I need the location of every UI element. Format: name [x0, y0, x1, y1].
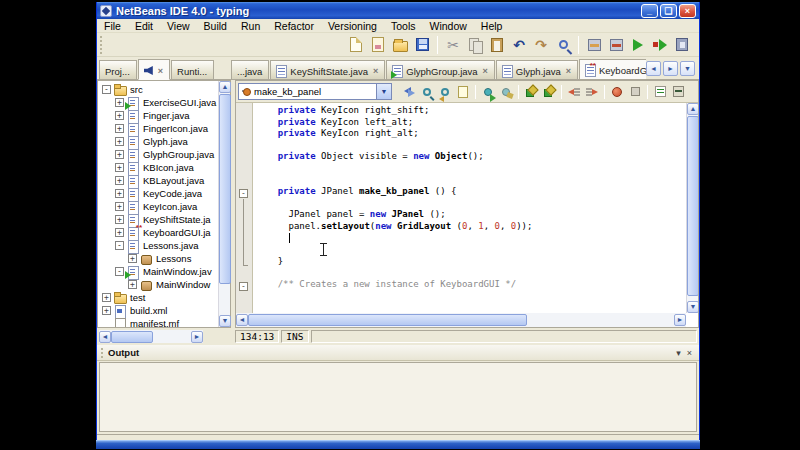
- toolbar-button-clean-build[interactable]: [605, 34, 627, 55]
- editor-button-goto-declaration[interactable]: [479, 83, 497, 101]
- close-tab-icon[interactable]: ×: [566, 66, 571, 76]
- tree-item-glyphgroup-java[interactable]: +GlyphGroup.java: [98, 148, 218, 161]
- menu-file[interactable]: File: [97, 20, 128, 32]
- tree-toggle[interactable]: +: [115, 202, 124, 211]
- toolbar-button-build-project[interactable]: [583, 34, 605, 55]
- scroll-up-arrow[interactable]: ▲: [219, 81, 231, 93]
- close-output-icon[interactable]: ×: [684, 348, 695, 358]
- minimize-output-icon[interactable]: ▾: [673, 348, 684, 358]
- tree-hscrollbar-thumb[interactable]: [111, 331, 153, 343]
- tree-horizontal-scrollbar[interactable]: ◄ ►: [99, 330, 203, 343]
- menu-versioning[interactable]: Versioning: [321, 20, 384, 32]
- tree-item-glyph-java[interactable]: +Glyph.java: [98, 135, 218, 148]
- scroll-left-arrow[interactable]: ◄: [236, 314, 248, 326]
- editor-tab-keyboardgui-java-[interactable]: KeyboardGUI.java *×: [579, 59, 646, 79]
- tree-item-keyboardgui-ja[interactable]: +**KeyboardGUI.ja: [98, 226, 218, 239]
- title-bar[interactable]: NetBeans IDE 4.0 - typing _ ❏ ×: [97, 2, 699, 19]
- tree-item-lessons-java[interactable]: -Lessons.java: [98, 239, 218, 252]
- panel-tab-min[interactable]: ×: [138, 59, 170, 80]
- menu-window[interactable]: Window: [422, 20, 473, 32]
- tree-toggle[interactable]: +: [115, 111, 124, 120]
- menu-refactor[interactable]: Refactor: [267, 20, 321, 32]
- tree-item-exercisegui-java[interactable]: +ExerciseGUI.java: [98, 96, 218, 109]
- editor-button-back[interactable]: [522, 83, 540, 101]
- combo-dropdown-arrow[interactable]: ▼: [376, 84, 391, 99]
- menu-build[interactable]: Build: [197, 20, 234, 32]
- tree-toggle[interactable]: +: [115, 98, 124, 107]
- tree-toggle[interactable]: +: [115, 215, 124, 224]
- tree-toggle[interactable]: +: [128, 254, 137, 263]
- toolbar-button-run-project[interactable]: [627, 34, 649, 55]
- output-content[interactable]: [99, 362, 697, 432]
- editor-vscrollbar-thumb[interactable]: [687, 116, 699, 296]
- tree-toggle[interactable]: +: [115, 228, 124, 237]
- editor-button-find-next[interactable]: [418, 83, 436, 101]
- tree-item-mainwindow[interactable]: +MainWindow: [98, 278, 218, 291]
- tree-toggle[interactable]: +: [115, 137, 124, 146]
- editor-horizontal-scrollbar[interactable]: ◄ ►: [236, 313, 686, 327]
- tree-toggle[interactable]: +: [115, 150, 124, 159]
- editor-button-shift-line-right[interactable]: [583, 83, 601, 101]
- toolbar-button-debug-project[interactable]: [671, 34, 693, 55]
- panel-tab-runti[interactable]: Runti...: [171, 60, 214, 79]
- editor-tab-keyshiftstate-java[interactable]: KeyShiftState.java×: [270, 60, 385, 79]
- tree-item-fingericon-java[interactable]: +FingerIcon.java: [98, 122, 218, 135]
- toolbar-button-run-file[interactable]: [649, 34, 671, 55]
- tree-item-kblayout-java[interactable]: +KBLayout.java: [98, 174, 218, 187]
- restore-button[interactable]: ❏: [660, 4, 677, 18]
- editor-button-shift-line-left[interactable]: [565, 83, 583, 101]
- output-header[interactable]: Output ▾ ×: [97, 345, 699, 361]
- code-area[interactable]: private KeyIcon right_shift; private Key…: [253, 103, 686, 313]
- tree-item-src[interactable]: -src: [98, 83, 218, 96]
- tree-item-keyicon-java[interactable]: +KeyIcon.java: [98, 200, 218, 213]
- tree-item-keyshiftstate-ja[interactable]: +KeyShiftState.ja: [98, 213, 218, 226]
- toolbar-button-save-all[interactable]: [411, 34, 433, 55]
- scroll-right-arrow[interactable]: ►: [191, 331, 203, 343]
- scroll-up-arrow[interactable]: ▲: [687, 103, 699, 115]
- navigator-combobox[interactable]: make_kb_panel ▼: [238, 83, 392, 100]
- taskbar-sliver[interactable]: [96, 440, 700, 449]
- tree-toggle[interactable]: +: [128, 280, 137, 289]
- code-fold-toggle[interactable]: -: [239, 189, 248, 198]
- editor-tab-glyphgroup-java[interactable]: GlyphGroup.java×: [386, 60, 495, 79]
- tree-item-kbicon-java[interactable]: +KBIcon.java: [98, 161, 218, 174]
- menu-tools[interactable]: Tools: [384, 20, 423, 32]
- tree-toggle[interactable]: -: [102, 85, 111, 94]
- panel-tab-proj[interactable]: Proj...: [99, 60, 137, 79]
- scroll-down-arrow[interactable]: ▼: [687, 301, 699, 313]
- project-tree[interactable]: -src+ExerciseGUI.java+Finger.java+Finger…: [98, 81, 218, 327]
- editor-button-toggle-highlight-search[interactable]: [454, 83, 472, 101]
- tree-item-build-xml[interactable]: +build.xml: [98, 304, 218, 317]
- toolbar-button-copy[interactable]: [464, 34, 486, 55]
- tree-item-keycode-java[interactable]: +KeyCode.java: [98, 187, 218, 200]
- editor-hscrollbar-thumb[interactable]: [248, 314, 527, 326]
- tab-list-dropdown-button[interactable]: ▼: [680, 61, 695, 76]
- minimize-button[interactable]: _: [641, 4, 658, 18]
- tree-item-lessons[interactable]: +Lessons: [98, 252, 218, 265]
- scroll-right-arrow[interactable]: ►: [674, 314, 686, 326]
- tree-item-mainwindow-jav[interactable]: -MainWindow.jav: [98, 265, 218, 278]
- menu-view[interactable]: View: [160, 20, 197, 32]
- tree-toggle[interactable]: +: [115, 176, 124, 185]
- tree-toggle[interactable]: +: [102, 306, 111, 315]
- editor-gutter[interactable]: - -: [236, 103, 253, 313]
- tree-vertical-scrollbar[interactable]: ▲ ▼: [218, 81, 230, 327]
- menu-run[interactable]: Run: [234, 20, 267, 32]
- toolbar-button-open-project[interactable]: [389, 34, 411, 55]
- toolbar-button-open-file[interactable]: [367, 34, 389, 55]
- tree-item-finger-java[interactable]: +Finger.java: [98, 109, 218, 122]
- tree-toggle[interactable]: +: [115, 189, 124, 198]
- toolbar-button-new-file[interactable]: [345, 34, 367, 55]
- toolbar-button-undo[interactable]: ↶: [508, 34, 530, 55]
- toolbar-button-paste[interactable]: [486, 34, 508, 55]
- tree-toggle[interactable]: -: [115, 267, 124, 276]
- close-tab-icon[interactable]: ×: [483, 66, 488, 76]
- toolbar-button-find[interactable]: [552, 34, 574, 55]
- close-tab-icon[interactable]: ×: [158, 66, 163, 76]
- scroll-left-arrow[interactable]: ◄: [99, 331, 111, 343]
- editor-button-goto-source[interactable]: [497, 83, 515, 101]
- tree-toggle[interactable]: +: [115, 163, 124, 172]
- scroll-down-arrow[interactable]: ▼: [219, 315, 231, 327]
- editor-button-next-bookmark[interactable]: [626, 83, 644, 101]
- scroll-tabs-right-button[interactable]: ►: [663, 61, 678, 76]
